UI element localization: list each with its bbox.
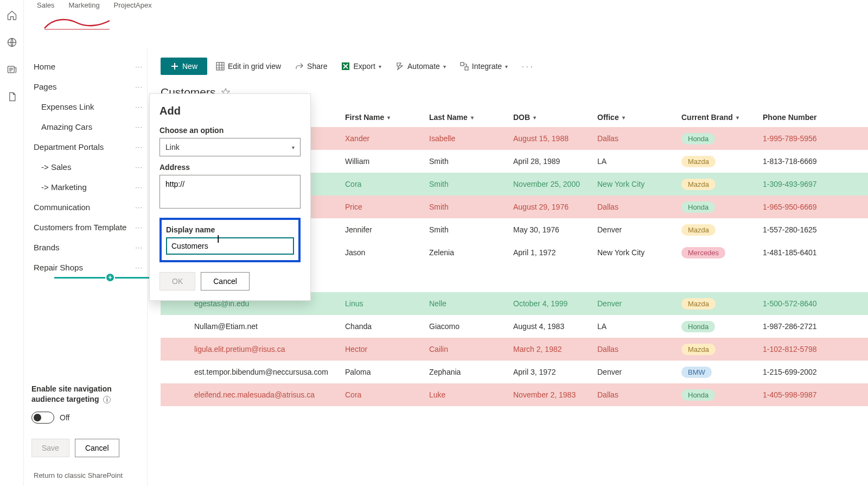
choose-option-select[interactable]: Link ▾ [159, 138, 301, 156]
cell-first-name: Hector [345, 345, 429, 354]
cell-brand: BMW [681, 367, 763, 378]
nav-item-label: Expenses Link [41, 102, 94, 111]
col-office[interactable]: Office▾ [597, 113, 681, 122]
nav-item-label: Home [34, 62, 55, 71]
nav-item-more-icon[interactable]: ··· [135, 243, 143, 251]
nav-item[interactable]: Communication··· [24, 197, 147, 217]
brand-pill: Mazda [681, 179, 716, 190]
automate-button[interactable]: Automate ▾ [390, 58, 451, 75]
globe-icon[interactable] [7, 37, 17, 48]
cell-phone: 1-965-950-6669 [763, 203, 850, 211]
svg-rect-2 [216, 62, 224, 70]
cell-brand: Honda [681, 201, 763, 213]
nav-item-label: -> Sales [41, 162, 71, 172]
cell-brand: Mazda [681, 344, 763, 355]
nav-item-more-icon[interactable]: ··· [135, 263, 143, 272]
nav-item-label: Pages [34, 82, 57, 91]
nav-item[interactable]: -> Marketing··· [24, 177, 147, 197]
nav-item[interactable]: Customers from Template··· [24, 217, 147, 237]
news-icon[interactable] [7, 64, 17, 75]
brand-pill: Mercedes [681, 247, 725, 258]
home-icon[interactable] [7, 10, 17, 21]
chevron-down-icon: ▾ [292, 144, 295, 150]
hub-link-marketing[interactable]: Marketing [69, 1, 100, 9]
nav-item-more-icon[interactable]: ··· [135, 123, 143, 131]
address-label: Address [159, 163, 301, 172]
table-row[interactable]: eleifend.nec.malesuada@atrisus.ca Cora L… [161, 383, 868, 406]
cell-first-name: Paloma [345, 368, 429, 376]
drag-add-indicator[interactable]: + [105, 273, 115, 282]
table-row[interactable]: ligula.elit.pretium@risus.ca Hector Cail… [161, 338, 868, 361]
col-brand[interactable]: Current Brand▾ [681, 113, 763, 122]
dialog-cancel-button[interactable]: Cancel [201, 272, 250, 291]
cell-dob: March 2, 1982 [513, 345, 597, 354]
cell-dob: April 1, 1972 [513, 248, 597, 257]
audience-targeting-toggle[interactable]: Off [31, 412, 139, 424]
export-button[interactable]: Export ▾ [336, 58, 386, 75]
cell-office: LA [597, 322, 681, 331]
nav-item-more-icon[interactable]: ··· [135, 62, 143, 71]
nav-item-more-icon[interactable]: ··· [135, 143, 143, 151]
nav-item-more-icon[interactable]: ··· [135, 203, 143, 211]
brand-pill: Honda [681, 133, 715, 144]
nav-item-more-icon[interactable]: ··· [135, 83, 143, 91]
cell-last-name: Nelle [429, 299, 513, 308]
cell-office: New York City [597, 248, 681, 257]
hub-link-projectapex[interactable]: ProjectApex [114, 1, 152, 9]
file-icon[interactable] [7, 91, 17, 102]
integrate-button[interactable]: Integrate ▾ [455, 58, 513, 75]
cell-dob: April 28, 1989 [513, 157, 597, 166]
cell-first-name: Cora [345, 390, 429, 399]
brand-pill: Mazda [681, 298, 716, 310]
info-icon[interactable]: i [103, 396, 111, 403]
brand-pill: Honda [681, 321, 715, 332]
cell-email: Nullam@Etiam.net [161, 322, 345, 331]
col-phone[interactable]: Phone Number [763, 113, 850, 122]
nav-item-more-icon[interactable]: ··· [135, 183, 143, 191]
nav-item[interactable]: Pages··· [24, 77, 147, 97]
cell-last-name: Smith [429, 157, 513, 166]
cell-phone: 1-995-789-5956 [763, 134, 850, 143]
cell-office: Dallas [597, 203, 681, 211]
nav-item[interactable]: Department Portals··· [24, 137, 147, 157]
nav-item[interactable]: -> Sales··· [24, 157, 147, 177]
new-button[interactable]: New [161, 58, 207, 75]
nav-item[interactable]: Amazing Cars··· [24, 117, 147, 137]
address-input[interactable]: http:// [159, 175, 301, 209]
brand-pill: Mazda [681, 344, 716, 355]
add-link-dialog: Add Choose an option Link ▾ Address http… [149, 93, 311, 301]
nav-item[interactable]: Home··· [24, 56, 147, 77]
col-dob[interactable]: DOB▾ [513, 113, 597, 122]
chevron-down-icon: ▾ [505, 64, 508, 70]
chevron-down-icon: ▾ [533, 115, 536, 121]
cell-first-name: Price [345, 203, 429, 211]
cell-dob: November 2, 1983 [513, 390, 597, 399]
hub-link-sales[interactable]: Sales [37, 1, 55, 9]
nav-item[interactable]: Brands··· [24, 237, 147, 257]
nav-item[interactable]: Expenses Link··· [24, 97, 147, 117]
cell-first-name: Cora [345, 180, 429, 188]
chevron-down-icon: ▾ [443, 64, 446, 70]
more-actions-button[interactable]: · · · [516, 58, 538, 75]
col-first-name[interactable]: First Name▾ [345, 113, 429, 122]
nav-item-more-icon[interactable]: ··· [135, 103, 143, 111]
return-classic-link[interactable]: Return to classic SharePoint [24, 465, 147, 486]
command-bar: New Edit in grid view Share Export ▾ [148, 49, 868, 80]
nav-item[interactable]: Repair Shops··· [24, 257, 147, 277]
cell-brand: Mercedes [681, 247, 763, 258]
cell-phone: 1-481-185-6401 [763, 248, 850, 257]
site-logo[interactable] [39, 11, 115, 37]
col-last-name[interactable]: Last Name▾ [429, 113, 513, 122]
cell-office: Denver [597, 368, 681, 376]
display-name-input[interactable] [166, 237, 294, 255]
nav-cancel-button[interactable]: Cancel [75, 439, 119, 457]
nav-item-more-icon[interactable]: ··· [135, 163, 143, 171]
share-button[interactable]: Share [290, 58, 333, 75]
app-rail [0, 0, 24, 486]
toggle-state-label: Off [60, 413, 69, 422]
cell-office: Dallas [597, 390, 681, 399]
table-row[interactable]: est.tempor.bibendum@neccursusa.com Palom… [161, 361, 868, 383]
nav-item-more-icon[interactable]: ··· [135, 223, 143, 231]
edit-grid-button[interactable]: Edit in grid view [210, 58, 286, 75]
table-row[interactable]: Nullam@Etiam.net Chanda Giacomo August 4… [161, 315, 868, 338]
